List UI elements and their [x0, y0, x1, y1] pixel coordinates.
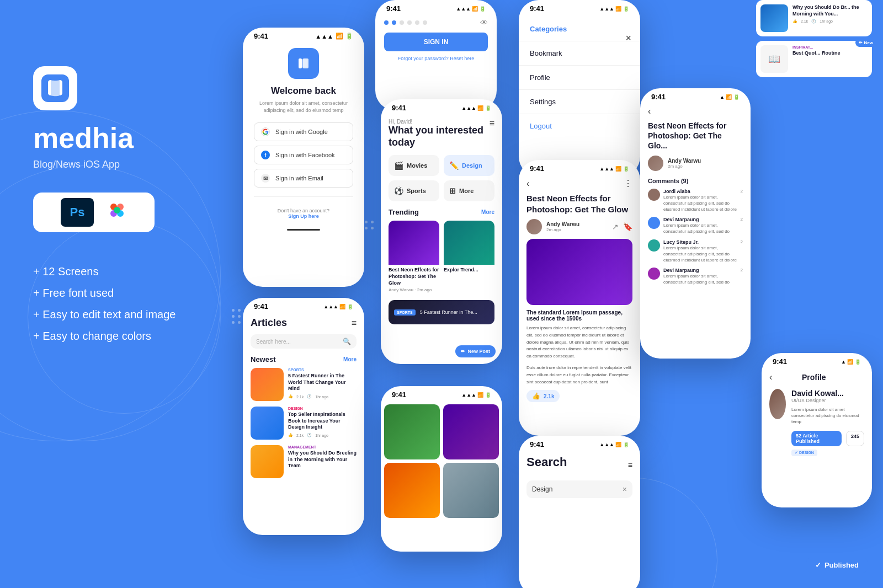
google-icon: [261, 127, 270, 136]
newest-more[interactable]: More: [343, 356, 357, 362]
facebook-icon: f: [261, 151, 270, 159]
share-icon[interactable]: ↗: [612, 222, 619, 231]
sports-category[interactable]: ⚽ Sports: [389, 180, 439, 201]
article-category-1: SPORTS: [288, 368, 357, 372]
back-button-profile[interactable]: ‹: [769, 372, 772, 382]
search-input-container[interactable]: Design ×: [526, 480, 632, 498]
article-content: ‹ ⋮ Best Neon Effects for Photoshop: Get…: [519, 175, 640, 405]
close-button[interactable]: ×: [625, 33, 631, 44]
welcome-title: Welcome back: [271, 85, 336, 97]
newest-header: Newest More: [251, 355, 357, 364]
status-bar-comments: 9:41 ▲ 📶 🔋: [640, 88, 751, 103]
article-list-item-3[interactable]: MANAGEMENT Why you Should Do Breefing in…: [251, 445, 357, 478]
comment-body-4: Devi Marpaung Lorem ipsum dolor sit amet…: [663, 268, 737, 285]
svg-point-5: [114, 207, 120, 213]
trending-img-1: [389, 221, 439, 265]
photo-cell-4[interactable]: [443, 463, 499, 518]
photo-cell-2[interactable]: [443, 404, 499, 459]
password-dots: 👁: [384, 18, 488, 27]
more-label: More: [459, 188, 474, 194]
search-icon[interactable]: 🔍: [343, 338, 351, 345]
trending-card-2-title: Explor Trend...: [444, 267, 494, 274]
menu-icon[interactable]: ≡: [490, 119, 494, 129]
status-time: 9:41: [254, 32, 268, 40]
menu-divider-2: [519, 65, 640, 66]
comment-count-1: 2: [741, 189, 743, 213]
email-signin-btn[interactable]: ✉ Sign in with Email: [254, 169, 353, 188]
article-list-item-1[interactable]: SPORTS 5 Fastest Runner in The World Tha…: [251, 368, 357, 401]
design-verified-tag: ✓ DESIGN: [791, 450, 817, 456]
article-list-title-1: 5 Fastest Runner in The World That Chang…: [288, 373, 357, 392]
article-info-3: MANAGEMENT Why you Should Do Breefing in…: [288, 445, 357, 478]
menu-icon-search[interactable]: ≡: [628, 461, 632, 469]
author-row-large: Andy Warwu 2m ago: [648, 156, 743, 171]
comment-avatar-2: [648, 217, 660, 229]
comment-count-2: 2: [741, 217, 743, 234]
trending-more[interactable]: More: [481, 209, 494, 215]
feature-item: + Easy to change colors: [33, 330, 221, 343]
menu-categories[interactable]: Categories: [519, 19, 640, 39]
published-label: Published: [825, 561, 859, 569]
profile-avatar: [769, 389, 786, 419]
trending-card-1-author: Andy Warwu · 2m ago: [389, 287, 439, 292]
comment-name-4: Devi Marpaung: [663, 268, 737, 273]
phone-profile: 9:41 ▲ 📶 🔋 ‹ Profile David Kowal... UI/U…: [762, 353, 872, 507]
new-post-fab[interactable]: ✏ New Post: [455, 345, 496, 357]
google-signin-btn[interactable]: Sign in with Google: [254, 122, 353, 141]
design-category[interactable]: ✏️ Design: [444, 155, 494, 176]
trending-card-2[interactable]: Explor Trend...: [444, 221, 494, 295]
status-bar-menu: 9:41 ▲▲▲ 📶 🔋: [519, 0, 640, 15]
menu-bookmark[interactable]: Bookmark: [519, 44, 640, 63]
author-row: Andy Warwu 2m ago ↗ 🔖: [526, 219, 632, 234]
clear-search-button[interactable]: ×: [623, 485, 627, 494]
menu-icon-articles[interactable]: ≡: [352, 318, 357, 328]
more-category[interactable]: ⊞ More: [444, 180, 494, 201]
photo-cell-1[interactable]: [384, 404, 440, 459]
search-bar[interactable]: Search here... 🔍: [251, 334, 357, 349]
search-content: Search ≡ Design ×: [519, 451, 640, 508]
menu-settings[interactable]: Settings: [519, 92, 640, 111]
menu-logout[interactable]: Logout: [519, 116, 640, 136]
like-count: 2.1k: [544, 393, 554, 399]
profile-title: Profile: [802, 373, 826, 382]
comment-body-1: Jordi Alaba Lorem ipsum dolor sit amet, …: [663, 189, 737, 213]
profile-bio: Lorem ipsum dolor sit amet consectetur a…: [791, 407, 864, 425]
trending-grid: Best Neon Effects for Photoshop: Get The…: [389, 221, 494, 295]
article-list-item-2[interactable]: DESIGN Top Seller Inspirationals Book to…: [251, 407, 357, 440]
facebook-signin-btn[interactable]: f Sign in with Facebook: [254, 146, 353, 164]
bookmark-icon[interactable]: 🔖: [623, 222, 632, 231]
phone-article-comments: 9:41 ▲ 📶 🔋 ‹ Best Neon Effects for Photo…: [640, 88, 751, 359]
eye-icon[interactable]: 👁: [480, 18, 488, 27]
more-button[interactable]: ⋮: [624, 178, 632, 189]
photo-cell-3[interactable]: [384, 463, 440, 518]
right-news-cards: Why you Should Do Br... the Morning with…: [756, 0, 872, 82]
dot-5: [415, 20, 419, 25]
comment-count-4: 2: [741, 268, 743, 285]
followers-badge: 245: [846, 431, 864, 446]
published-badge: ✓ Published: [806, 558, 868, 573]
menu-profile[interactable]: Profile: [519, 68, 640, 87]
app-subtitle: Blog/News iOS App: [33, 159, 221, 170]
sign-in-button[interactable]: SIGN IN: [384, 33, 488, 51]
movies-category[interactable]: 🎬 Movies: [389, 155, 439, 176]
news-likes-icon: 👍: [792, 19, 797, 24]
figma-icon: [107, 200, 127, 225]
news-card-1[interactable]: Why you Should Do Br... the Morning with…: [756, 0, 872, 36]
phone-home: 9:41 ▲▲▲ 📶 🔋 Hi, David! What you interes…: [381, 99, 502, 364]
sports-banner[interactable]: SPORTS 5 Fastest Runner in The...: [389, 300, 494, 324]
back-button[interactable]: ‹: [526, 179, 529, 189]
like-icon[interactable]: 👍: [532, 392, 540, 400]
trending-card-1[interactable]: Best Neon Effects for Photoshop: Get The…: [389, 221, 439, 295]
phone-menu: 9:41 ▲▲▲ 📶 🔋 × Categories Bookmark Profi…: [519, 0, 640, 177]
phone-photos: 9:41 ▲▲▲ 📶 🔋: [381, 386, 502, 552]
back-button-comments[interactable]: ‹: [648, 106, 651, 116]
news-card-2[interactable]: 📖 INSPIRAT... Best Quot... Routine ✏ New: [756, 41, 872, 77]
sports-text: 5 Fastest Runner in The...: [420, 309, 477, 315]
menu-divider: [519, 41, 640, 41]
article-category-2: DESIGN: [288, 407, 357, 410]
status-bar: 9:41 ▲▲▲📶🔋: [243, 28, 364, 42]
signup-link[interactable]: Sign Up here: [288, 213, 319, 219]
trending-label: Trending: [389, 208, 419, 216]
feature-item: + 12 Screens: [33, 265, 221, 278]
left-panel: medhia Blog/News iOS App Ps + 12 Screens…: [33, 66, 221, 351]
